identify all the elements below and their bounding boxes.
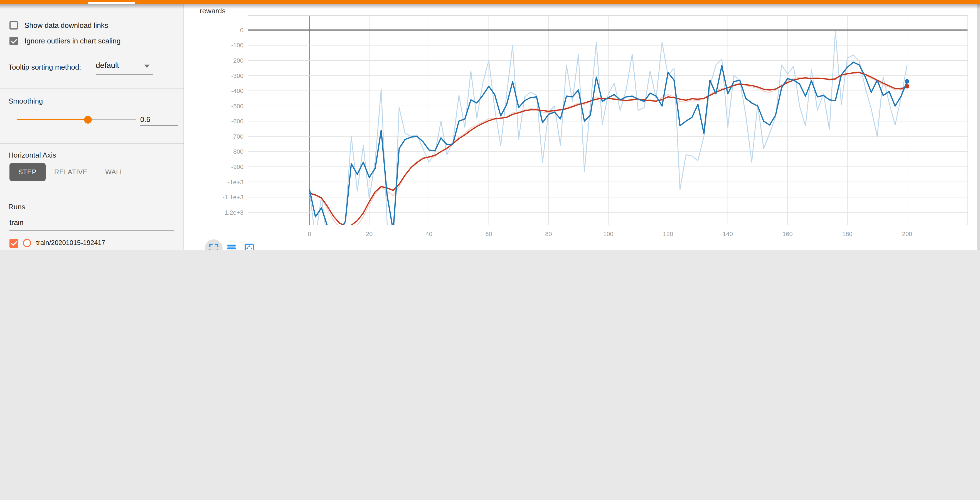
runs-filter-input[interactable] [10, 218, 174, 231]
horizontal-axis-buttons: STEPRELATIVEWALL [10, 163, 133, 181]
fit-domain-icon [244, 243, 255, 250]
dropdown-arrow-icon [144, 65, 150, 68]
svg-text:-600: -600 [231, 118, 243, 125]
run-checkbox-icon[interactable] [10, 239, 18, 248]
smoothing-value-input[interactable]: 0.6 [140, 115, 178, 124]
svg-text:80: 80 [545, 231, 552, 237]
smoothing-slider-thumb[interactable] [84, 116, 92, 124]
svg-text:-1e+3: -1e+3 [228, 179, 243, 186]
svg-text:60: 60 [485, 231, 492, 237]
rewards-chart-card: rewards 0-100-200-300-400-500-600-700-80… [184, 4, 978, 250]
settings-sidebar: Show data download linksIgnore outliers … [0, 4, 184, 250]
rewards-line-chart[interactable]: 0-100-200-300-400-500-600-700-800-900-1e… [184, 4, 978, 250]
svg-text:0: 0 [240, 27, 243, 34]
svg-text:-800: -800 [231, 148, 243, 155]
data-table-icon [226, 243, 237, 250]
run-list: train/20201015-192417train/20201015-1924… [10, 239, 177, 250]
top-app-bar [0, 0, 980, 4]
axis-option-relative[interactable]: RELATIVE [45, 163, 96, 181]
fullscreen-button[interactable] [205, 239, 223, 250]
smoothing-label: Smoothing [8, 97, 43, 105]
svg-text:20: 20 [366, 231, 372, 237]
tooltip-sorting-label: Tooltip sorting method: [8, 63, 81, 71]
dropdown-underline [96, 74, 153, 75]
divider [0, 88, 184, 89]
run-label: train/20201015-192417 [36, 239, 105, 247]
run-row[interactable]: train/20201015-192417 [10, 239, 177, 248]
tooltip-sorting-dropdown[interactable]: default [96, 60, 153, 73]
svg-text:-700: -700 [231, 133, 243, 140]
svg-text:-300: -300 [231, 72, 243, 80]
checkbox-checked-icon[interactable] [10, 37, 18, 45]
fullscreen-icon [209, 243, 219, 250]
svg-text:-1.2e+3: -1.2e+3 [223, 209, 243, 216]
tensorboard-app: Show data download linksIgnore outliers … [0, 0, 980, 250]
svg-text:-900: -900 [231, 163, 243, 170]
smoothing-slider-fill [17, 119, 88, 120]
svg-text:0: 0 [308, 231, 311, 237]
checkbox-unchecked-icon[interactable] [10, 21, 18, 30]
svg-text:-400: -400 [231, 88, 243, 94]
axis-option-wall[interactable]: WALL [96, 163, 133, 181]
runs-label: Runs [8, 203, 25, 211]
horizontal-axis-label: Horizontal Axis [8, 151, 56, 159]
axis-option-step[interactable]: STEP [10, 163, 45, 181]
option-checkbox-label: Show data download links [24, 21, 108, 30]
svg-text:200: 200 [902, 231, 912, 237]
svg-text:-1.1e+3: -1.1e+3 [223, 194, 243, 201]
divider [0, 143, 184, 144]
svg-text:120: 120 [663, 231, 673, 237]
svg-text:160: 160 [783, 231, 793, 237]
vertical-scrollbar[interactable] [977, 4, 980, 250]
svg-text:-500: -500 [231, 103, 243, 110]
svg-text:40: 40 [426, 231, 433, 237]
active-tab-indicator [88, 2, 135, 4]
smoothing-slider[interactable] [17, 119, 136, 120]
svg-text:-200: -200 [231, 57, 243, 64]
chart-toolbar [184, 239, 295, 250]
svg-text:180: 180 [842, 231, 853, 237]
data-table-button[interactable] [223, 239, 240, 250]
option-checkbox-row[interactable]: Ignore outliers in chart scaling [10, 37, 121, 45]
smoothing-value-underline [140, 125, 178, 126]
option-checkbox-label: Ignore outliers in chart scaling [24, 37, 121, 45]
svg-text:100: 100 [603, 231, 614, 237]
svg-text:-100: -100 [231, 42, 243, 49]
fit-domain-button[interactable] [240, 239, 258, 250]
run-color-radio-icon[interactable] [23, 239, 31, 247]
option-checkbox-row[interactable]: Show data download links [10, 21, 108, 30]
divider [0, 193, 184, 193]
tooltip-sorting-value: default [96, 61, 119, 70]
svg-text:140: 140 [722, 231, 733, 237]
